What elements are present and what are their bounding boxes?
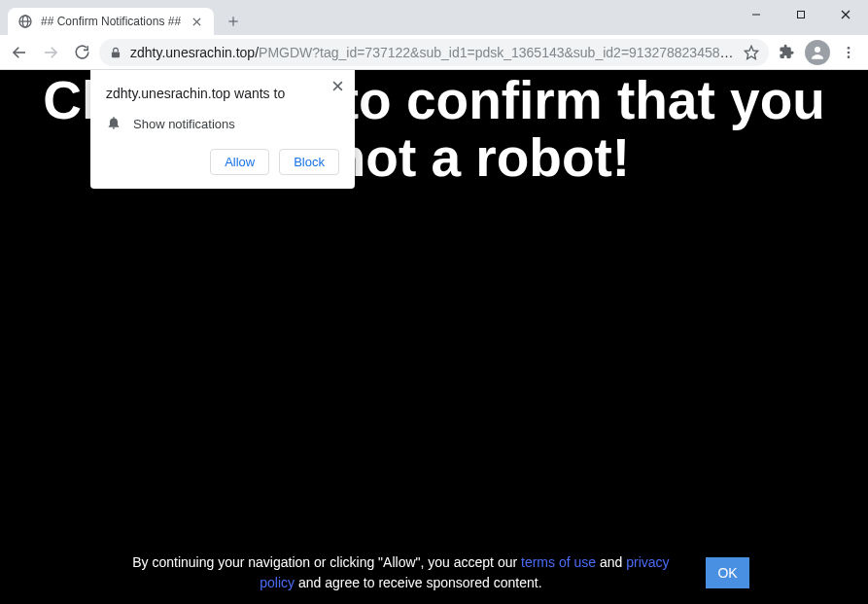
star-icon[interactable] xyxy=(744,45,759,60)
url-path: PMGDW?tag_id=737122&sub_id1=pdsk_1365143… xyxy=(259,45,736,60)
svg-point-17 xyxy=(848,51,851,53)
terms-link[interactable]: terms of use xyxy=(521,554,596,570)
tab-title: ## Confirm Notifications ## xyxy=(41,15,181,28)
globe-icon xyxy=(17,14,33,29)
consent-text: By continuing your navigation or clickin… xyxy=(119,552,682,592)
svg-rect-13 xyxy=(112,52,120,57)
lock-icon xyxy=(109,46,122,59)
maximize-button[interactable] xyxy=(779,0,823,29)
minimize-button[interactable] xyxy=(734,0,779,29)
allow-button[interactable]: Allow xyxy=(210,149,269,175)
profile-avatar[interactable] xyxy=(804,39,831,66)
svg-point-15 xyxy=(815,47,820,53)
window-controls xyxy=(734,0,868,29)
new-tab-button[interactable] xyxy=(220,8,247,35)
notification-prompt-text: Show notifications xyxy=(133,117,235,131)
close-window-button[interactable] xyxy=(823,0,868,29)
notification-origin: zdhty.unesrachin.top wants to xyxy=(106,86,339,101)
reload-button[interactable] xyxy=(68,39,95,66)
svg-point-18 xyxy=(848,55,851,58)
url-text: zdhty.unesrachin.top/PMGDW?tag_id=737122… xyxy=(130,45,736,60)
bell-icon xyxy=(106,115,122,133)
menu-icon[interactable] xyxy=(835,39,862,66)
browser-toolbar: zdhty.unesrachin.top/PMGDW?tag_id=737122… xyxy=(0,35,868,70)
browser-tab[interactable]: ## Confirm Notifications ## xyxy=(8,8,214,35)
notification-permission-prompt: zdhty.unesrachin.top wants to Show notif… xyxy=(90,70,355,189)
svg-point-16 xyxy=(848,47,851,50)
consent-suffix: and agree to receive sponsored content. xyxy=(295,575,542,590)
close-icon[interactable] xyxy=(328,76,347,95)
back-button[interactable] xyxy=(6,39,33,66)
page-content: Click Allow to confirm that you are not … xyxy=(0,70,868,604)
extensions-icon[interactable] xyxy=(773,39,800,66)
block-button[interactable]: Block xyxy=(279,149,339,175)
tab-close-button[interactable] xyxy=(189,14,204,29)
forward-button[interactable] xyxy=(37,39,64,66)
ok-button[interactable]: OK xyxy=(706,557,748,588)
consent-prefix: By continuing your navigation or clickin… xyxy=(132,554,521,570)
consent-and: and xyxy=(596,554,626,570)
consent-footer: By continuing your navigation or clickin… xyxy=(0,552,868,592)
svg-rect-1 xyxy=(798,12,805,18)
address-bar[interactable]: zdhty.unesrachin.top/PMGDW?tag_id=737122… xyxy=(99,39,769,66)
url-host: zdhty.unesrachin.top/ xyxy=(130,45,259,60)
svg-marker-14 xyxy=(745,46,757,58)
